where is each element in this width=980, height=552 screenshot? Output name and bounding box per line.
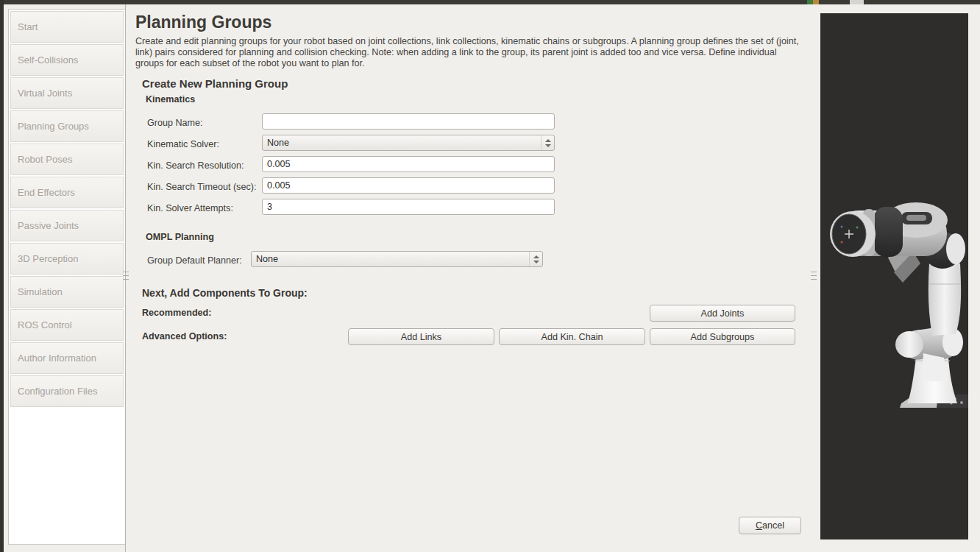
kinematics-heading: Kinematics	[146, 94, 195, 105]
add-joints-button[interactable]: Add Joints	[650, 305, 795, 322]
robot-3d-viewport[interactable]	[820, 13, 968, 539]
sidebar-item-configuration-files[interactable]: Configuration Files	[10, 375, 124, 407]
sidebar-item-self-collisions[interactable]: Self-Collisions	[10, 44, 124, 76]
sidebar-item-3d-perception[interactable]: 3D Perception	[10, 243, 124, 275]
sidebar-item-robot-poses[interactable]: Robot Poses	[10, 144, 124, 175]
group-name-input[interactable]	[262, 113, 555, 130]
solver-attempts-label: Kin. Solver Attempts:	[147, 203, 233, 213]
window-left-edge	[0, 0, 4, 552]
window-edge-tab-fragment	[850, 0, 864, 4]
add-subgroups-button[interactable]: Add Subgroups	[650, 328, 795, 345]
sidebar-item-passive-joints[interactable]: Passive Joints	[10, 210, 124, 241]
add-links-button[interactable]: Add Links	[348, 328, 494, 345]
spinner-arrows-icon	[541, 135, 554, 150]
search-timeout-label: Kin. Search Timeout (sec):	[147, 182, 256, 192]
cancel-rest: ancel	[762, 520, 784, 531]
page-description: Create and edit planning groups for your…	[135, 36, 803, 68]
sidebar-item-ros-control[interactable]: ROS Control	[10, 309, 124, 341]
search-timeout-input[interactable]	[262, 177, 555, 194]
sidebar-item-simulation[interactable]: Simulation	[10, 276, 124, 308]
window-top-edge	[0, 0, 980, 4]
kinematic-solver-value: None	[263, 138, 541, 148]
add-kin-chain-button[interactable]: Add Kin. Chain	[499, 328, 645, 345]
moveit-setup-assistant-window: Start Self-Collisions Virtual Joints Pla…	[0, 0, 980, 552]
spinner-arrows-icon	[529, 252, 542, 266]
cancel-mnemonic: C	[756, 520, 762, 531]
sidebar-item-end-effectors[interactable]: End Effectors	[10, 177, 124, 208]
default-planner-value: None	[252, 254, 529, 264]
splitter-grip-icon[interactable]	[811, 272, 817, 283]
add-components-heading: Next, Add Components To Group:	[142, 287, 308, 299]
default-planner-select[interactable]: None	[251, 251, 543, 267]
cancel-button[interactable]: Cancel	[739, 517, 801, 534]
setup-steps-sidebar: Start Self-Collisions Virtual Joints Pla…	[8, 9, 126, 545]
kinematic-solver-select[interactable]: None	[262, 135, 555, 151]
sidebar-item-author-information[interactable]: Author Information	[10, 342, 124, 374]
robot-arm-render	[820, 13, 968, 539]
ompl-heading: OMPL Planning	[146, 232, 214, 242]
search-resolution-label: Kin. Search Resolution:	[147, 160, 244, 171]
search-resolution-input[interactable]	[262, 156, 555, 172]
create-group-heading: Create New Planning Group	[142, 77, 288, 90]
sidebar-item-planning-groups[interactable]: Planning Groups	[10, 110, 124, 142]
advanced-options-label: Advanced Options:	[142, 331, 227, 342]
sidebar-item-start[interactable]: Start	[10, 11, 124, 43]
sidebar-item-virtual-joints[interactable]: Virtual Joints	[10, 77, 124, 109]
recommended-label: Recommended:	[142, 308, 211, 318]
window-edge-icon-fragment	[813, 0, 819, 4]
window-edge-icon-fragment	[807, 0, 813, 4]
splitter-grip-icon[interactable]	[123, 272, 129, 283]
kinematic-solver-label: Kinematic Solver:	[147, 139, 219, 149]
solver-attempts-input[interactable]	[262, 199, 555, 215]
group-name-label: Group Name:	[147, 118, 203, 128]
default-planner-label: Group Default Planner:	[147, 255, 242, 266]
page-title: Planning Groups	[135, 13, 271, 32]
